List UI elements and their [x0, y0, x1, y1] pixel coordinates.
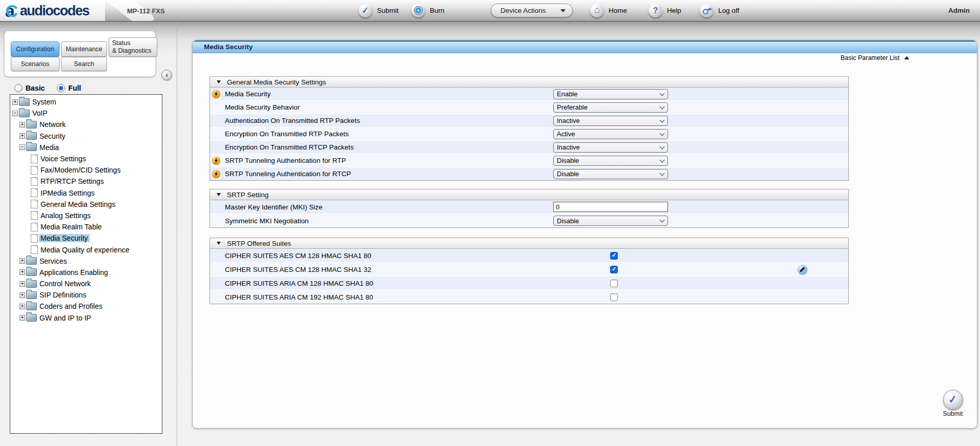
- expand-box-icon[interactable]: +: [19, 133, 25, 139]
- logoff-toolbar-button[interactable]: Log off: [700, 4, 739, 17]
- section-header: SRTP Setting: [210, 189, 848, 200]
- view-radio-basic[interactable]: [14, 84, 23, 92]
- triangle-up-icon: [904, 56, 909, 59]
- pencil-icon[interactable]: [798, 265, 807, 274]
- expand-box-icon[interactable]: +: [19, 315, 25, 321]
- triangle-down-icon[interactable]: [217, 80, 221, 83]
- key-icon: [700, 4, 714, 17]
- page-background: ConfigurationMaintenanceStatus & Diagnos…: [0, 22, 980, 446]
- brand-name: audiocodes: [20, 3, 89, 19]
- basic-parameter-list-link[interactable]: Basic Parameter List: [841, 54, 909, 61]
- submit-toolbar-button[interactable]: ✓ Submit: [359, 4, 399, 17]
- tab-label: Configuration: [16, 46, 54, 53]
- device-actions-dropdown[interactable]: Device Actions: [491, 4, 573, 17]
- logo-letter-c: C: [6, 2, 18, 21]
- tab-status-diagnostics[interactable]: Status & Diagnostics: [109, 37, 157, 57]
- triangle-down-icon[interactable]: [217, 242, 221, 245]
- tree-item-general-media-settings[interactable]: General Media Settings: [10, 199, 162, 210]
- setting-label: CIPHER SUITES AES CM 128 HMAC SHA1 32: [225, 266, 371, 273]
- lightning-icon: [212, 90, 220, 98]
- media-security-behavior-select[interactable]: Preferable: [553, 102, 668, 113]
- expand-box-icon[interactable]: +: [19, 258, 25, 264]
- question-glyph: ?: [653, 6, 658, 15]
- authentication-on-transmitted-rtp-packets-select[interactable]: Inactive: [553, 116, 668, 126]
- page-icon: [31, 223, 38, 231]
- tree-item-analog-settings[interactable]: Analog Settings: [10, 210, 162, 221]
- expand-box-icon[interactable]: +: [12, 99, 18, 105]
- tree-item-system[interactable]: +System: [10, 96, 162, 108]
- chevron-down-icon: [560, 9, 566, 12]
- encryption-on-transmitted-rtcp-packets-select[interactable]: Inactive: [553, 142, 668, 153]
- triangle-down-icon[interactable]: [217, 193, 221, 196]
- page-title: Media Security: [204, 43, 253, 51]
- cipher-suites-aria-cm-192-hmac-sha1-80-checkbox[interactable]: [610, 293, 618, 301]
- expand-box-icon[interactable]: +: [19, 281, 25, 287]
- view-radio-full[interactable]: [57, 84, 65, 92]
- check-glyph: ✓: [612, 252, 616, 258]
- pencil-glyph: [800, 267, 805, 272]
- section-srtp-offered-suites: SRTP Offered SuitesCIPHER SUITES AES CM …: [210, 238, 849, 304]
- tree-item-fax-modem-cid-settings[interactable]: Fax/Modem/CID Settings: [10, 164, 162, 176]
- tree-item-media-security[interactable]: Media Security: [10, 232, 162, 244]
- section-title: SRTP Setting: [227, 191, 268, 199]
- tab-search[interactable]: Search: [61, 57, 107, 71]
- setting-row-cipher-suites-aria-cm-128-hmac-sha1-80: CIPHER SUITES ARIA CM 128 HMAC SHA1 80: [210, 277, 848, 290]
- tree-item-gw-and-ip-to-ip[interactable]: +GW and IP to IP: [10, 312, 162, 324]
- view-selector: BasicFull: [9, 82, 88, 94]
- tab-configuration[interactable]: Configuration: [11, 41, 59, 57]
- expand-box-icon[interactable]: +: [19, 304, 25, 309]
- burn-toolbar-button[interactable]: Burn: [411, 4, 445, 17]
- tree-item-label: System: [31, 98, 58, 106]
- cipher-suites-aes-cm-128-hmac-sha1-80-checkbox[interactable]: ✓: [610, 252, 618, 260]
- view-radio-label: Full: [68, 84, 81, 92]
- tree-item-media-realm-table[interactable]: Media Realm Table: [10, 221, 162, 232]
- help-toolbar-button[interactable]: ? Help: [649, 4, 681, 17]
- setting-row-cipher-suites-aria-cm-192-hmac-sha1-80: CIPHER SUITES ARIA CM 192 HMAC SHA1 80: [210, 290, 848, 304]
- collapse-box-icon[interactable]: −: [19, 144, 25, 150]
- setting-label: Master Key Identifier (MKI) Size: [225, 203, 323, 211]
- setting-row-cipher-suites-aes-cm-128-hmac-sha1-32: CIPHER SUITES AES CM 128 HMAC SHA1 32✓: [210, 263, 848, 277]
- tree-item-voice-settings[interactable]: Voice Settings: [10, 153, 162, 164]
- setting-label: Authentication On Transmitted RTP Packet…: [225, 117, 360, 124]
- nav-tree: +System−VoIP+Network+Security−MediaVoice…: [10, 94, 162, 434]
- expand-box-icon[interactable]: +: [19, 269, 25, 275]
- cipher-suites-aes-cm-128-hmac-sha1-32-checkbox[interactable]: ✓: [610, 266, 618, 273]
- tree-item-media-quality-of-experience[interactable]: Media Quality of experience: [10, 244, 162, 255]
- tree-item-label: Media: [38, 143, 60, 152]
- srtp-tunneling-authentication-for-rtp-select[interactable]: Disable: [553, 156, 668, 166]
- tree-item-label: Security: [38, 132, 67, 140]
- srtp-tunneling-authentication-for-rtcp-select[interactable]: Disable: [553, 169, 668, 179]
- expand-box-icon[interactable]: +: [19, 122, 25, 128]
- expand-box-icon[interactable]: +: [19, 292, 25, 298]
- media-security-select[interactable]: Enable: [553, 89, 668, 99]
- collapse-box-icon[interactable]: −: [12, 111, 18, 116]
- setting-row-authentication-on-transmitted-rtp-packets: Authentication On Transmitted RTP Packet…: [210, 114, 848, 128]
- tab-maintenance[interactable]: Maintenance: [61, 41, 107, 57]
- chevron-left-icon: ‹: [165, 71, 168, 78]
- tree-item-rtp-rtcp-settings[interactable]: RTP/RTCP Settings: [10, 176, 162, 187]
- page-icon: [31, 211, 38, 220]
- submit-button[interactable]: ✓ Submit: [934, 390, 971, 417]
- tree-item-label: IPMedia Settings: [39, 189, 96, 197]
- tree-item-media[interactable]: −Media: [10, 142, 162, 153]
- tree-item-ipmedia-settings[interactable]: IPMedia Settings: [10, 187, 162, 199]
- tree-item-voip[interactable]: −VoIP: [10, 108, 162, 119]
- tree-item-network[interactable]: +Network: [10, 119, 162, 130]
- cipher-suites-aria-cm-128-hmac-sha1-80-checkbox[interactable]: [610, 280, 618, 287]
- tab-scenarios[interactable]: Scenarios: [11, 57, 59, 71]
- setting-label: Media Security Behavior: [225, 103, 300, 111]
- home-toolbar-button[interactable]: ⌂ Home: [590, 4, 627, 17]
- tree-item-control-network[interactable]: +Control Network: [10, 278, 162, 289]
- tree-item-label: Analog Settings: [39, 211, 92, 220]
- tree-item-security[interactable]: +Security: [10, 131, 162, 142]
- symmetric-mki-negotiation-select[interactable]: Disable: [553, 216, 668, 226]
- tree-item-services[interactable]: +Services: [10, 256, 162, 267]
- sidebar-collapse-button[interactable]: ‹: [161, 70, 172, 80]
- tree-item-applications-enabling[interactable]: +Applications Enabling: [10, 267, 162, 278]
- view-radio-label: Basic: [26, 84, 45, 92]
- master-key-identifier-mki-size-input[interactable]: [553, 202, 668, 212]
- tree-item-sip-definitions[interactable]: +SIP Definitions: [10, 289, 162, 301]
- encryption-on-transmitted-rtp-packets-select[interactable]: Active: [553, 129, 668, 139]
- tree-item-coders-and-profiles[interactable]: +Coders and Profiles: [10, 301, 162, 312]
- tree-item-label: Media Realm Table: [39, 223, 103, 231]
